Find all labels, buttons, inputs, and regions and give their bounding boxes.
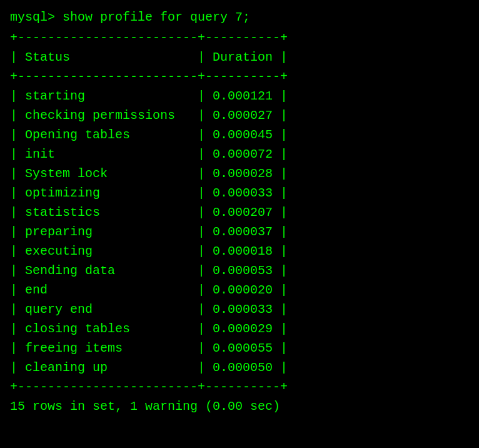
footer-line: 15 rows in set, 1 warning (0.00 sec) — [10, 397, 469, 416]
table-row: | freeing items | 0.000055 | — [10, 339, 469, 358]
table-row: | executing | 0.000018 | — [10, 242, 469, 261]
table-row: | optimizing | 0.000033 | — [10, 183, 469, 203]
terminal-window: mysql> show profile for query 7; +------… — [10, 8, 469, 416]
table-row: | System lock | 0.000028 | — [10, 164, 469, 183]
table-row: | checking permissions | 0.000027 | — [10, 106, 469, 125]
separator-top: +------------------------+----------+ — [10, 28, 469, 48]
separator-mid: +------------------------+----------+ — [10, 67, 469, 86]
table-header: | Status | Duration | — [10, 48, 469, 67]
table-row: | closing tables | 0.000029 | — [10, 319, 469, 339]
separator-bottom: +------------------------+----------+ — [10, 377, 469, 397]
table-row: | end | 0.000020 | — [10, 280, 469, 300]
command-line: mysql> show profile for query 7; — [10, 8, 469, 27]
table-row: | statistics | 0.000207 | — [10, 203, 469, 222]
table-row: | cleaning up | 0.000050 | — [10, 358, 469, 377]
table-row: | preparing | 0.000037 | — [10, 222, 469, 242]
table-row: | init | 0.000072 | — [10, 145, 469, 164]
table-row: | Opening tables | 0.000045 | — [10, 125, 469, 145]
table-row: | query end | 0.000033 | — [10, 300, 469, 319]
table-row: | Sending data | 0.000053 | — [10, 261, 469, 280]
table-body: | starting | 0.000121 || checking permis… — [10, 86, 469, 377]
table-row: | starting | 0.000121 | — [10, 86, 469, 106]
